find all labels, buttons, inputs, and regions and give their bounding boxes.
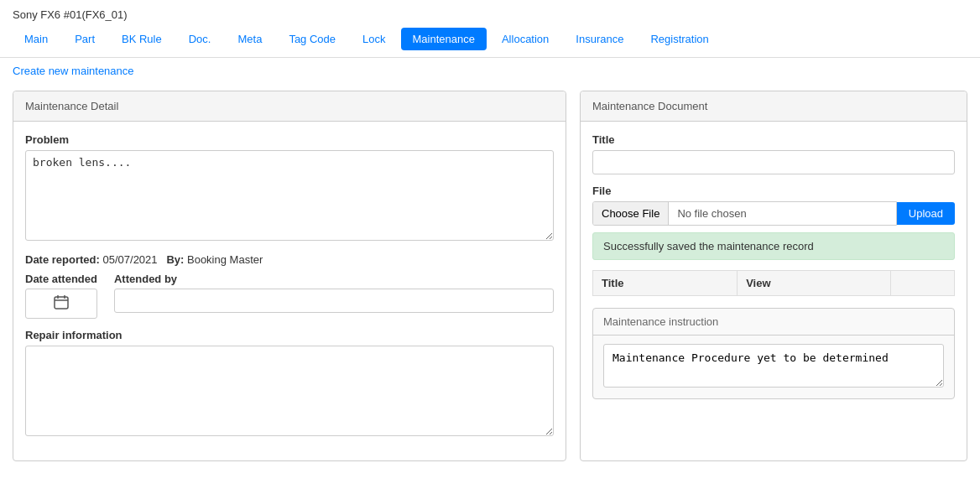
svg-rect-0	[55, 297, 68, 309]
right-panel-body: Title File Choose File No file chosen Up…	[581, 122, 967, 411]
tab-bk-rule[interactable]: BK Rule	[110, 28, 174, 50]
upload-button[interactable]: Upload	[897, 202, 955, 225]
tab-tag-code[interactable]: Tag Code	[277, 28, 347, 50]
problem-textarea[interactable]	[25, 150, 554, 241]
tab-doc[interactable]: Doc.	[177, 28, 223, 50]
doc-title-label: Title	[592, 133, 955, 146]
tab-insurance[interactable]: Insurance	[564, 28, 635, 50]
documents-table: Title View	[592, 270, 955, 296]
left-panel-header: Maintenance Detail	[13, 91, 566, 122]
main-content: Maintenance Detail Problem Date reported…	[0, 91, 980, 474]
page-header: Sony FX6 #01(FX6_01)	[0, 0, 980, 21]
tab-allocation[interactable]: Allocation	[490, 28, 560, 50]
success-message: Successfully saved the maintenance recor…	[592, 232, 955, 260]
date-attended-group: Date attended	[25, 273, 97, 319]
instruction-body	[593, 336, 954, 398]
by-value: Booking Master	[187, 253, 263, 266]
date-attended-label: Date attended	[25, 273, 97, 285]
tab-meta[interactable]: Meta	[226, 28, 274, 50]
navigation-tabs: Main Part BK Rule Doc. Meta Tag Code Loc…	[0, 21, 980, 58]
tab-maintenance[interactable]: Maintenance	[401, 28, 487, 50]
tab-registration[interactable]: Registration	[639, 28, 720, 50]
right-panel-header: Maintenance Document	[581, 91, 967, 122]
date-info: Date reported: 05/07/2021 By: Booking Ma…	[25, 253, 554, 266]
doc-title-group: Title	[592, 133, 955, 174]
tab-lock[interactable]: Lock	[351, 28, 397, 50]
file-input-wrapper: Choose File No file chosen	[592, 201, 897, 226]
calendar-icon-button[interactable]	[25, 289, 97, 319]
file-group: File Choose File No file chosen Upload S…	[592, 185, 955, 260]
tab-part[interactable]: Part	[63, 28, 107, 50]
repair-info-group: Repair information	[25, 329, 554, 439]
instruction-textarea[interactable]	[603, 344, 944, 388]
by-label: By:	[166, 253, 184, 266]
choose-file-button[interactable]: Choose File	[593, 202, 669, 225]
date-reported-label: Date reported:	[25, 253, 100, 266]
repair-info-textarea[interactable]	[25, 346, 554, 436]
left-panel-body: Problem Date reported: 05/07/2021 By: Bo…	[13, 122, 566, 460]
table-header-view: View	[738, 271, 891, 296]
attended-by-group: Attended by	[114, 273, 554, 313]
table-header-empty	[890, 271, 954, 296]
file-label: File	[592, 185, 955, 197]
problem-group: Problem	[25, 133, 554, 243]
date-attended-row: Date attended Attended by	[25, 273, 554, 319]
file-name-label: No file chosen	[669, 202, 895, 225]
attended-by-input[interactable]	[114, 289, 554, 313]
doc-title-input[interactable]	[592, 150, 955, 174]
problem-label: Problem	[25, 133, 554, 146]
instruction-header: Maintenance instruction	[593, 309, 954, 336]
maintenance-detail-panel: Maintenance Detail Problem Date reported…	[13, 91, 566, 461]
device-title: Sony FX6 #01(FX6_01)	[13, 8, 128, 21]
tab-main[interactable]: Main	[13, 28, 60, 50]
create-new-maintenance-link[interactable]: Create new maintenance	[0, 58, 980, 84]
attended-by-label: Attended by	[114, 273, 554, 285]
instruction-panel: Maintenance instruction	[592, 308, 955, 399]
maintenance-document-panel: Maintenance Document Title File Choose F…	[580, 91, 967, 461]
table-header-title: Title	[593, 271, 738, 296]
date-reported-value: 05/07/2021	[102, 253, 157, 266]
calendar-icon	[53, 299, 70, 313]
repair-info-label: Repair information	[25, 329, 554, 341]
file-row: Choose File No file chosen Upload	[592, 201, 955, 226]
